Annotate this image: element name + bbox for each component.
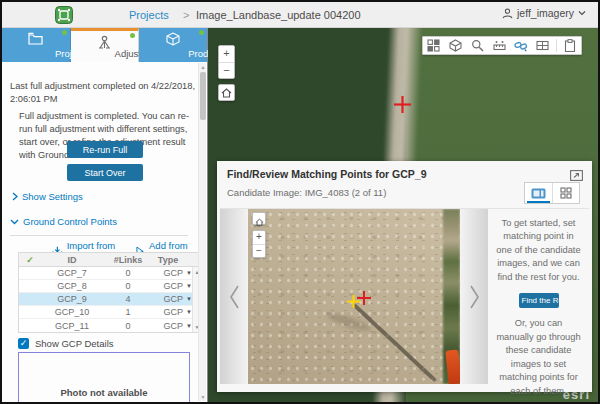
previous-image-button[interactable] — [220, 209, 248, 384]
cube-icon — [139, 32, 207, 47]
zoom-out-button[interactable]: − — [219, 62, 234, 78]
pole-shadow — [352, 303, 437, 382]
photo-zoom-in-button[interactable]: + — [253, 231, 265, 244]
gcp-red-cross[interactable] — [357, 291, 371, 305]
app-window: Projects > Image_Landbase_update 004200 … — [0, 0, 600, 404]
user-menu[interactable]: jeff_imagery — [502, 7, 586, 19]
instruction-text-2: Or, you can manually go through these ca… — [496, 317, 581, 398]
tab-products[interactable]: Products — [139, 28, 207, 62]
sidebar-scrollbar[interactable]: ▲ ▼ — [198, 63, 206, 401]
table-row[interactable]: GCP_11 0 GCP ▼ — [19, 319, 201, 332]
map-zoom-control: + − — [218, 45, 235, 79]
photo-zoom-control: + − — [252, 230, 266, 258]
next-image-button[interactable] — [460, 209, 488, 384]
panel-tabs: Project Adjustment Products — [2, 28, 207, 62]
photo-zoom-out-button[interactable]: − — [253, 244, 265, 257]
candidate-image[interactable]: + − — [248, 209, 460, 384]
table-row[interactable]: GCP_8 0 GCP ▼ — [19, 280, 201, 293]
start-over-button[interactable]: Start Over — [67, 164, 143, 181]
search-icon[interactable] — [469, 38, 486, 53]
adjustment-status-text: Last full adjustment completed on 4/22/2… — [10, 80, 196, 106]
chevron-right-icon — [468, 284, 481, 310]
photo-not-available-text: Photo not available — [60, 387, 147, 398]
chevron-right-icon — [12, 192, 18, 201]
chevron-left-icon — [228, 284, 241, 310]
map-tree — [436, 50, 484, 102]
gcp-link-editor-icon[interactable] — [512, 38, 529, 53]
instruction-text-1: To get started, set matching point in on… — [496, 217, 581, 284]
divider — [10, 235, 188, 236]
status-dot-icon — [62, 30, 67, 35]
measure-icon[interactable] — [491, 38, 508, 53]
tab-adjustment[interactable]: Adjustment — [71, 28, 140, 62]
image-overview-icon[interactable] — [534, 38, 551, 53]
gcp-table-header: ✓ ID #Links Type — [19, 253, 201, 267]
zoom-in-button[interactable]: + — [219, 46, 234, 62]
candidate-image-label: Candidate Image: IMG_4083 (2 of 11) — [227, 187, 386, 198]
bookmarks-icon[interactable] — [425, 38, 442, 53]
toolbar-divider — [556, 39, 557, 52]
grid-view-icon[interactable] — [552, 183, 580, 203]
matching-points-panel: Find/Review Matching Points for GCP_9 Ca… — [217, 161, 592, 392]
chevron-down-icon — [578, 10, 586, 16]
find-the-rest-button[interactable]: Find the Rest — [519, 293, 559, 308]
home-icon — [255, 218, 264, 227]
table-row[interactable]: GCP_10 1 GCP ▼ — [19, 306, 201, 319]
home-icon — [221, 88, 232, 98]
page-title: Image_Landbase_update 004200 — [196, 9, 361, 21]
view-toggle — [524, 182, 580, 204]
show-settings-link[interactable]: Show Settings — [12, 191, 83, 202]
top-bar: Projects > Image_Landbase_update 004200 … — [2, 2, 598, 28]
instructions-column: To get started, set matching point in on… — [488, 209, 589, 384]
drone2map-logo-icon — [55, 6, 73, 24]
photo-home-button[interactable] — [252, 212, 266, 225]
home-extent-button[interactable] — [218, 84, 235, 101]
gcp-marker-red-cross[interactable] — [394, 96, 411, 113]
candidate-image-viewer: + − To get started, set matching point i… — [220, 208, 589, 384]
chevron-down-icon — [10, 219, 19, 225]
breadcrumb-projects-link[interactable]: Projects — [129, 9, 169, 21]
rerun-full-button[interactable]: Re-run Full — [67, 141, 143, 158]
basemap-icon[interactable] — [447, 38, 464, 53]
tab-project[interactable]: Project — [2, 28, 71, 62]
folder-icon — [2, 32, 70, 47]
gcp-table: ✓ ID #Links Type GCP_7 0 GCP ▼ GCP_8 0 G… — [18, 252, 202, 333]
table-row-selected[interactable]: GCP_9 4 GCP ▼ — [19, 293, 201, 306]
orange-cone — [445, 349, 460, 384]
clipboard-icon[interactable] — [562, 38, 579, 53]
map-toolbar — [422, 36, 582, 55]
table-row[interactable]: GCP_7 0 GCP ▼ — [19, 267, 201, 280]
gcp-section-header[interactable]: Ground Control Points — [10, 216, 117, 227]
user-name: jeff_imagery — [517, 7, 574, 19]
left-panel: Project Adjustment Products — [2, 28, 208, 402]
single-image-view-icon[interactable] — [525, 183, 552, 203]
show-gcp-details-checkbox[interactable]: ✓ — [18, 338, 29, 349]
gcp-photo-preview: Photo not available — [18, 352, 190, 402]
matching-panel-title: Find/Review Matching Points for GCP_9 — [227, 168, 427, 180]
select-column-check-icon: ✓ — [19, 255, 41, 265]
show-gcp-details-label: Show GCP Details — [35, 338, 114, 349]
breadcrumb-separator: > — [183, 9, 189, 21]
person-icon — [502, 8, 513, 19]
status-dot-icon — [199, 30, 204, 35]
